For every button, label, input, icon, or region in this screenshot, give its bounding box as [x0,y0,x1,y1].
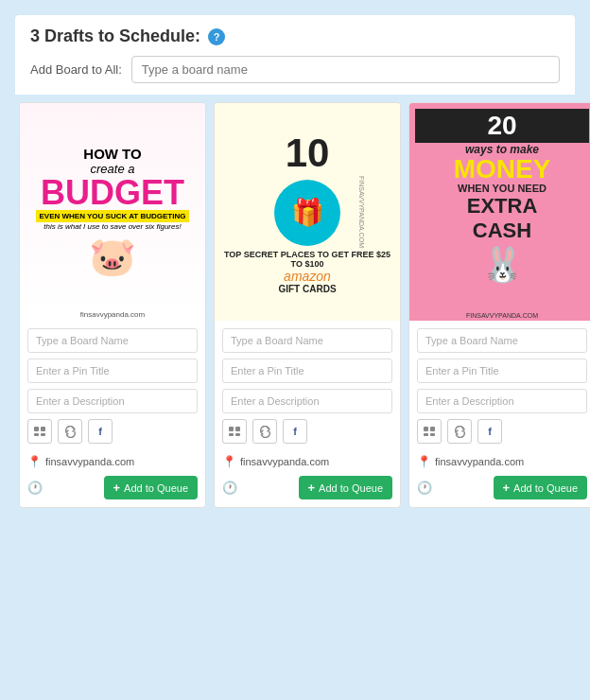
card3-body: f [409,321,590,451]
card3-bunny-icon: 🐰 [481,245,524,285]
card2-amazon-text: amazon [284,269,331,284]
card1-title-input[interactable] [27,359,198,383]
card1-budget-text: BUDGET [41,176,184,210]
card3-pinterest-icon: 📍 [417,455,431,468]
card1-piggy-icon: 🐷 [89,235,136,279]
help-icon[interactable]: ? [208,28,225,45]
card1-how-text: HOW TO [83,146,141,162]
svg-rect-3 [41,433,45,436]
plus-icon-2: + [308,481,316,495]
card3-board-input[interactable] [417,328,587,353]
card3-board-icon[interactable] [417,419,442,444]
card3-icons-row: f [417,419,587,444]
card1-pinterest-icon: 📍 [27,455,42,468]
card1-bottom-row: 🕐 + Add to Queue [20,470,205,507]
card2-image: 10 🎁 TOP SECRET PLACES TO GET FREE $25 T… [215,103,400,321]
card3-bottom-row: 🕐 + Add to Queue [409,470,590,507]
card2-bottom-row: 🕐 + Add to Queue [215,470,400,507]
svg-rect-0 [34,427,39,431]
svg-rect-1 [41,427,45,431]
card3-cash-text: CASH [473,219,531,243]
card2-number: 10 [286,131,330,176]
card3-title-input[interactable] [417,359,587,383]
card2-add-queue-label: Add to Queue [319,482,383,494]
card3-desc-input[interactable] [417,389,587,413]
card2-top-text: TOP SECRET PLACES TO GET FREE $25 TO $10… [222,250,392,269]
draft-card-2: 10 🎁 TOP SECRET PLACES TO GET FREE $25 T… [214,102,401,508]
card3-extra-text: EXTRA [467,194,538,219]
card1-body: f [20,321,205,451]
page-title: 3 Drafts to Schedule: [30,26,200,46]
card2-add-queue-button[interactable]: + Add to Queue [299,476,392,499]
card3-money-text: MONEY [454,156,551,183]
plus-icon-3: + [503,481,511,495]
card2-icons-row: f [222,419,392,444]
card1-refresh-icon[interactable] [58,419,82,444]
draft-card-3: 20 ways to make MONEY WHEN YOU NEED EXTR… [408,102,590,508]
svg-rect-7 [235,433,240,436]
card3-clock-icon: 🕐 [417,481,432,495]
card2-refresh-icon[interactable] [252,419,277,444]
plus-icon: + [113,481,121,495]
card2-body: f [215,321,400,451]
card3-when-text: WHEN YOU NEED [458,183,547,194]
card1-domain-text: finsavvypanda.com [20,310,205,319]
cards-container: HOW TO create a BUDGET EVEN WHEN YOU SUC… [15,95,575,508]
card3-add-queue-label: Add to Queue [513,482,578,494]
card3-add-queue-button[interactable]: + Add to Queue [494,476,587,499]
card1-this-text: this is what I use to save over six figu… [43,222,181,231]
card3-domain-row: 📍 finsavvypanda.com [409,451,590,470]
svg-rect-9 [430,427,435,431]
add-board-label: Add Board to All: [30,62,122,77]
card2-title-input[interactable] [222,359,392,383]
add-board-all-input[interactable] [131,56,560,83]
card1-desc-input[interactable] [27,389,198,413]
svg-rect-5 [235,427,240,431]
card3-domain-label: finsavvypanda.com [435,456,524,467]
title-row: 3 Drafts to Schedule: ? [30,26,560,46]
draft-card-1: HOW TO create a BUDGET EVEN WHEN YOU SUC… [19,102,206,508]
card2-desc-input[interactable] [222,389,392,413]
svg-rect-2 [34,433,39,436]
card3-image: 20 ways to make MONEY WHEN YOU NEED EXTR… [409,103,590,321]
card1-add-queue-label: Add to Queue [124,482,188,494]
card2-vertical-domain: FINSAVVYPANDA.COM [359,176,366,248]
card1-image: HOW TO create a BUDGET EVEN WHEN YOU SUC… [20,103,205,321]
card1-domain-row: 📍 finsavvypanda.com [20,451,205,470]
card3-domain-text: FINSAVVYPANDA.COM [466,312,538,319]
svg-rect-4 [229,427,234,431]
card3-number: 20 [415,109,589,143]
card3-facebook-icon[interactable]: f [477,419,502,444]
card1-add-queue-button[interactable]: + Add to Queue [104,476,198,499]
card1-clock-icon: 🕐 [27,481,43,495]
card2-clock-icon: 🕐 [222,481,237,495]
card2-board-icon[interactable] [222,419,247,444]
card1-even-text: EVEN WHEN YOU SUCK AT BUDGETING [36,210,190,222]
card2-gift-icon: 🎁 [274,180,340,246]
card1-facebook-icon[interactable]: f [88,419,113,444]
card2-facebook-icon[interactable]: f [283,419,307,444]
card2-pinterest-icon: 📍 [222,455,236,468]
card1-domain-label: finsavvypanda.com [45,456,134,467]
card1-board-input[interactable] [27,328,198,353]
svg-rect-6 [229,433,234,436]
card2-board-input[interactable] [222,328,392,353]
card1-board-icon[interactable] [27,419,52,444]
svg-rect-11 [430,433,435,436]
card2-domain-label: finsavvypanda.com [240,456,329,467]
card2-gift-text: GIFT CARDS [278,284,336,294]
svg-rect-8 [424,427,428,431]
card2-domain-row: 📍 finsavvypanda.com [215,451,400,470]
card3-refresh-icon[interactable] [447,419,472,444]
svg-rect-10 [424,433,428,436]
card1-icons-row: f [27,419,198,444]
header-section: 3 Drafts to Schedule: ? Add Board to All… [15,15,575,95]
add-board-row: Add Board to All: [30,56,560,83]
